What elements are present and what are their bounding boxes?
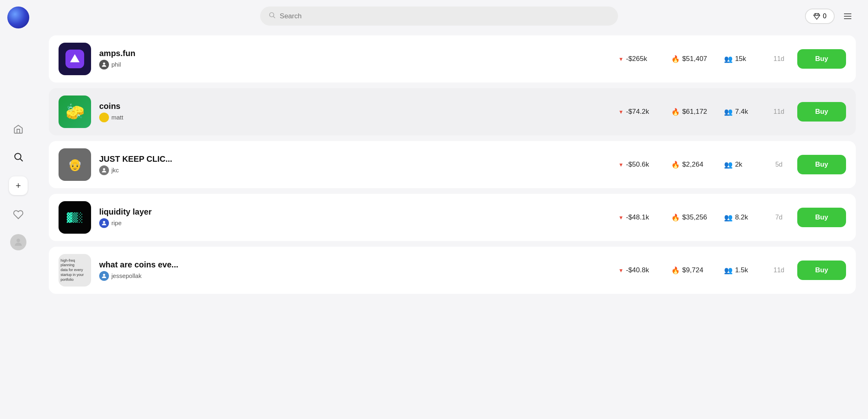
item-creator: ripe: [99, 218, 610, 228]
svg-point-12: [103, 274, 105, 276]
wallet-button[interactable]: 0: [805, 9, 835, 24]
fire-icon: 🔥: [671, 108, 680, 116]
holders-value: 8.2k: [735, 213, 748, 221]
list-item[interactable]: ▓▒░ liquidity layer ripe ▼ -$: [49, 194, 856, 241]
fire-icon: 🔥: [671, 55, 680, 63]
item-age: 11d: [769, 55, 789, 63]
item-stats: ▼ -$40.8k 🔥 $9,724 👥 1.5k: [618, 266, 761, 275]
sidebar: +: [0, 0, 37, 419]
menu-button[interactable]: [840, 8, 856, 24]
stat-volume: ▼ -$40.8k: [618, 266, 655, 274]
holders-value: 2k: [735, 161, 742, 169]
holders-value: 15k: [735, 55, 746, 63]
wallet-balance: 0: [823, 13, 827, 20]
stat-holders: 👥 8.2k: [724, 213, 761, 222]
item-stats: ▼ -$74.2k 🔥 $61,172 👥 7.4k: [618, 108, 761, 116]
buy-button[interactable]: Buy: [797, 49, 846, 69]
svg-point-3: [270, 13, 274, 17]
svg-point-9: [103, 62, 105, 64]
buy-button[interactable]: Buy: [797, 102, 846, 122]
down-arrow-icon: ▼: [618, 109, 624, 115]
token-list: amps.fun phil ▼ -$265k: [49, 35, 856, 300]
wace-thumb-art: high-freq planningdata for everystartup …: [61, 258, 89, 282]
list-item[interactable]: 🧽 coins matt ▼ -$74.2k 🔥 $61,172: [49, 88, 856, 135]
svg-point-0: [15, 153, 21, 159]
stat-volume: ▼ -$74.2k: [618, 108, 655, 116]
volume-value: -$50.6k: [626, 161, 649, 169]
item-creator: phil: [99, 60, 610, 69]
search-icon: [268, 11, 276, 21]
list-item[interactable]: high-freq planningdata for everystartup …: [49, 247, 856, 294]
creator-avatar: [99, 113, 109, 122]
amps-icon: [65, 50, 84, 68]
item-info: amps.fun phil: [99, 49, 610, 69]
sidebar-item-create[interactable]: +: [9, 176, 28, 195]
stat-mcap: 🔥 $61,172: [671, 108, 708, 116]
buy-button[interactable]: Buy: [797, 208, 846, 227]
stat-holders: 👥 15k: [724, 55, 761, 63]
item-creator: jessepollak: [99, 271, 610, 281]
creator-name: phil: [111, 61, 121, 68]
item-info: JUST KEEP CLIC... jkc: [99, 154, 610, 175]
stat-mcap: 🔥 $2,264: [671, 161, 708, 169]
creator-avatar: [99, 165, 109, 175]
creator-avatar: [99, 218, 109, 228]
creator-avatar: [99, 271, 109, 281]
item-name: coins: [99, 102, 610, 111]
item-creator: jkc: [99, 165, 610, 175]
people-icon: 👥: [724, 161, 733, 169]
search-input[interactable]: [280, 12, 610, 20]
sidebar-item-search[interactable]: [10, 149, 26, 165]
ll-thumb-art: ▓▒░: [67, 213, 83, 223]
item-name: what are coins eve...: [99, 260, 610, 269]
down-arrow-icon: ▼: [618, 162, 624, 168]
sidebar-item-favorites[interactable]: [10, 206, 26, 223]
svg-marker-8: [70, 54, 79, 62]
item-age: 5d: [769, 161, 789, 168]
holders-value: 1.5k: [735, 266, 748, 274]
header: 0: [49, 0, 856, 32]
creator-name: ripe: [111, 219, 122, 226]
svg-point-10: [103, 168, 105, 170]
svg-point-2: [17, 239, 20, 242]
sidebar-item-home[interactable]: [10, 121, 26, 137]
volume-value: -$265k: [626, 55, 647, 63]
creator-name: jkc: [111, 167, 119, 174]
item-creator: matt: [99, 113, 610, 122]
item-stats: ▼ -$265k 🔥 $51,407 👥 15k: [618, 55, 761, 63]
item-stats: ▼ -$50.6k 🔥 $2,264 👥 2k: [618, 161, 761, 169]
volume-value: -$74.2k: [626, 108, 649, 116]
list-item[interactable]: 👴 JUST KEEP CLIC... jkc ▼ -$: [49, 141, 856, 188]
coins-thumb-art: 🧽: [65, 104, 85, 119]
item-name: liquidity layer: [99, 207, 610, 217]
creator-name: matt: [111, 114, 123, 121]
stat-volume: ▼ -$265k: [618, 55, 655, 63]
down-arrow-icon: ▼: [618, 215, 624, 221]
sidebar-item-profile[interactable]: [10, 234, 26, 250]
creator-name: jessepollak: [111, 272, 141, 279]
item-thumbnail: ▓▒░: [59, 201, 91, 234]
buy-button[interactable]: Buy: [797, 155, 846, 174]
item-thumbnail: high-freq planningdata for everystartup …: [59, 254, 91, 287]
creator-avatar: [99, 60, 109, 69]
item-name: JUST KEEP CLIC...: [99, 154, 610, 164]
stat-holders: 👥 2k: [724, 161, 761, 169]
holders-value: 7.4k: [735, 108, 748, 116]
app-logo[interactable]: [7, 7, 29, 28]
stat-mcap: 🔥 $9,724: [671, 266, 708, 275]
svg-line-1: [20, 159, 23, 161]
down-arrow-icon: ▼: [618, 267, 624, 274]
list-item[interactable]: amps.fun phil ▼ -$265k: [49, 35, 856, 82]
people-icon: 👥: [724, 108, 733, 116]
fire-icon: 🔥: [671, 213, 680, 222]
item-stats: ▼ -$48.1k 🔥 $35,256 👥 8.2k: [618, 213, 761, 222]
down-arrow-icon: ▼: [618, 56, 624, 62]
people-icon: 👥: [724, 213, 733, 222]
buy-button[interactable]: Buy: [797, 261, 846, 280]
item-info: coins matt: [99, 102, 610, 122]
search-bar[interactable]: [260, 7, 618, 26]
header-right: 0: [805, 8, 856, 24]
stat-mcap: 🔥 $51,407: [671, 55, 708, 63]
stat-holders: 👥 7.4k: [724, 108, 761, 116]
mcap-value: $51,407: [682, 55, 707, 63]
